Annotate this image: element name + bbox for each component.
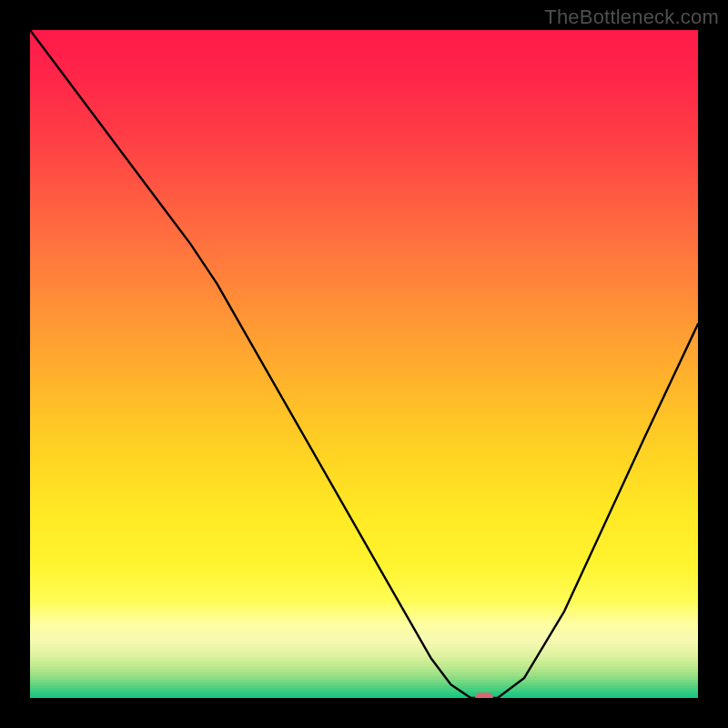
chart-frame: TheBottleneck.com: [0, 0, 728, 728]
plot-area: [30, 30, 698, 698]
optimal-marker: [475, 693, 493, 698]
watermark-text: TheBottleneck.com: [544, 5, 719, 29]
bottleneck-curve: [30, 30, 698, 698]
